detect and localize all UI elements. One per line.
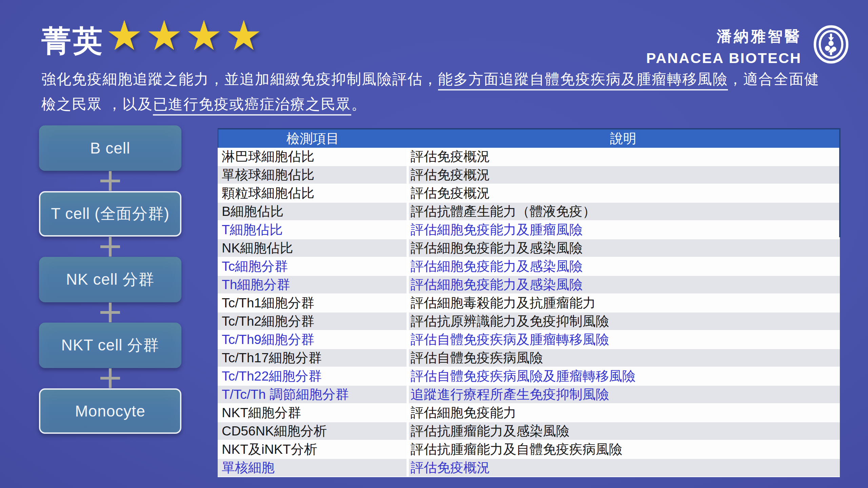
- table-row: T/Tc/Th 調節細胞分群 追蹤進行療程所產生免疫抑制風險: [218, 386, 840, 404]
- plus-connector: [39, 237, 181, 257]
- description-cell: 評估抗腫瘤能力及自體免疫疾病風險: [407, 441, 840, 458]
- star-icon: ★: [225, 13, 265, 59]
- description-underlined-text: 能多方面追蹤自體免疫疾病及腫瘤轉移風險: [438, 71, 728, 87]
- flow-node-2: NK cell 分群: [39, 257, 181, 302]
- table-row: B細胞佔比 評估抗體產生能力（體液免疫）: [218, 203, 840, 221]
- test-item-cell: NK細胞佔比: [218, 239, 407, 257]
- star-rating: ★★★★: [106, 12, 265, 60]
- description-cell: 評估細胞免疫能力及感染風險: [407, 258, 840, 275]
- description-cell: 評估抗腫瘤能力及感染風險: [407, 422, 840, 440]
- description-cell: 評估自體免疫疾病風險及腫瘤轉移風險: [407, 367, 840, 385]
- star-icon: ★: [145, 13, 185, 59]
- table-row: 顆粒球細胞佔比 評估免疫概況: [218, 184, 840, 203]
- description-cell: 追蹤進行療程所產生免疫抑制風險: [407, 386, 840, 403]
- test-item-cell: Tc/Th9細胞分群: [218, 331, 407, 348]
- description-text: 檢之民眾 ，以及: [41, 96, 153, 112]
- description-cell: 評估細胞免疫能力及腫瘤風險: [407, 221, 840, 239]
- table-row: Tc/Th17細胞分群 評估自體免疫疾病風險: [218, 349, 840, 367]
- table-row: 淋巴球細胞佔比 評估免疫概況: [218, 148, 840, 166]
- flow-node-label: T cell (全面分群): [51, 203, 170, 224]
- cell-type-flowchart: B cell T cell (全面分群) NK cell 分群 NKT cell…: [39, 125, 181, 434]
- column-header-test-item: 檢測項目: [218, 129, 407, 148]
- test-item-cell: 淋巴球細胞佔比: [218, 148, 407, 165]
- description-cell: 評估細胞免疫能力: [407, 404, 840, 422]
- column-divider: [407, 148, 409, 477]
- test-item-cell: 單核球細胞佔比: [218, 166, 407, 184]
- plus-icon: [100, 368, 120, 388]
- test-item-cell: Tc/Th22細胞分群: [218, 367, 407, 385]
- test-item-cell: Tc/Th1細胞分群: [218, 294, 407, 312]
- table-row: Tc/Th2細胞分群 評估抗原辨識能力及免疫抑制風險: [218, 312, 840, 331]
- test-item-cell: 顆粒球細胞佔比: [218, 184, 407, 202]
- test-items-table: 檢測項目 說明 淋巴球細胞佔比 評估免疫概況 單核球細胞佔比 評估免疫概況 顆粒…: [218, 128, 840, 477]
- flow-node-label: Monocyte: [75, 402, 145, 420]
- plus-icon: [100, 303, 120, 322]
- brand-logo-icon: [813, 25, 849, 64]
- plus-connector: [39, 171, 181, 191]
- table-row: Tc/Th22細胞分群 評估自體免疫疾病風險及腫瘤轉移風險: [218, 367, 840, 386]
- test-item-cell: NKT細胞分群: [218, 404, 407, 422]
- test-item-cell: Tc細胞分群: [218, 258, 407, 275]
- panel-description: 強化免疫細胞追蹤之能力，並追加細緻免疫抑制風險評估，能多方面追蹤自體免疫疾病及腫…: [41, 66, 820, 117]
- description-line-2: 檢之民眾 ，以及已進行免疫或癌症治療之民眾。: [41, 92, 820, 117]
- plus-connector: [39, 302, 181, 323]
- description-text: 強化免疫細胞追蹤之能力，並追加細緻免疫抑制風險評估，: [41, 71, 438, 87]
- table-row: Tc/Th9細胞分群 評估自體免疫疾病及腫瘤轉移風險: [218, 331, 840, 349]
- test-item-cell: Th細胞分群: [218, 276, 407, 293]
- test-item-cell: T細胞佔比: [218, 221, 407, 239]
- test-item-cell: 單核細胞: [218, 459, 407, 476]
- table-row: 單核球細胞佔比 評估免疫概況: [218, 166, 840, 184]
- table-row: Tc細胞分群 評估細胞免疫能力及感染風險: [218, 258, 840, 276]
- test-item-cell: B細胞佔比: [218, 203, 407, 220]
- panel-title: 菁英: [41, 21, 104, 61]
- test-item-cell: NKT及iNKT分析: [218, 441, 407, 458]
- test-item-cell: Tc/Th2細胞分群: [218, 312, 407, 330]
- table-row: Tc/Th1細胞分群 評估細胞毒殺能力及抗腫瘤能力: [218, 294, 840, 312]
- table-row: 單核細胞 評估免疫概況: [218, 459, 840, 477]
- column-header-description: 說明: [407, 129, 839, 148]
- flow-node-4: Monocyte: [39, 388, 181, 434]
- description-cell: 評估自體免疫疾病及腫瘤轉移風險: [407, 331, 840, 348]
- description-cell: 評估自體免疫疾病風險: [407, 349, 840, 367]
- description-cell: 評估免疫概況: [407, 459, 840, 476]
- description-line-1: 強化免疫細胞追蹤之能力，並追加細緻免疫抑制風險評估，能多方面追蹤自體免疫疾病及腫…: [41, 66, 820, 92]
- table-right-border: [839, 128, 841, 237]
- description-cell: 評估抗體產生能力（體液免疫）: [407, 203, 840, 220]
- brand-name-en: PANACEA BIOTECH: [646, 50, 802, 66]
- star-icon: ★: [106, 13, 145, 59]
- table-header-row: 檢測項目 說明: [218, 128, 840, 148]
- table-body: 淋巴球細胞佔比 評估免疫概況 單核球細胞佔比 評估免疫概況 顆粒球細胞佔比 評估…: [218, 148, 840, 477]
- flow-node-0: B cell: [39, 125, 181, 171]
- flow-node-label: NK cell 分群: [66, 269, 154, 290]
- flow-node-1: T cell (全面分群): [39, 191, 181, 237]
- description-cell: 評估細胞免疫能力及感染風險: [407, 239, 840, 257]
- table-row: NK細胞佔比 評估細胞免疫能力及感染風險: [218, 239, 840, 258]
- description-cell: 評估免疫概況: [407, 148, 840, 165]
- table-row: NKT細胞分群 評估細胞免疫能力: [218, 404, 840, 422]
- brand-name-zh: 潘納雅智醫: [646, 26, 802, 46]
- table-row: CD56NK細胞分析 評估抗腫瘤能力及感染風險: [218, 422, 840, 441]
- description-text: ，適合全面健: [728, 71, 820, 87]
- table-row: Th細胞分群 評估細胞免疫能力及感染風險: [218, 276, 840, 294]
- description-underlined-text: 已進行免疫或癌症治療之民眾: [153, 96, 351, 112]
- test-item-cell: Tc/Th17細胞分群: [218, 349, 407, 367]
- plus-connector: [39, 368, 181, 388]
- table-row: T細胞佔比 評估細胞免疫能力及腫瘤風險: [218, 221, 840, 239]
- description-cell: 評估細胞毒殺能力及抗腫瘤能力: [407, 294, 840, 312]
- plus-icon: [100, 237, 120, 257]
- flow-node-label: NKT cell 分群: [61, 335, 159, 356]
- description-text: 。: [351, 96, 367, 112]
- description-cell: 評估抗原辨識能力及免疫抑制風險: [407, 312, 840, 330]
- description-cell: 評估免疫概況: [407, 184, 840, 202]
- description-cell: 評估細胞免疫能力及感染風險: [407, 276, 840, 293]
- slide-background: { "page": { "background": "#4B55AE" }, "…: [0, 0, 868, 488]
- plus-icon: [100, 171, 120, 191]
- table-row: NKT及iNKT分析 評估抗腫瘤能力及自體免疫疾病風險: [218, 441, 840, 459]
- test-item-cell: CD56NK細胞分析: [218, 422, 407, 440]
- test-item-cell: T/Tc/Th 調節細胞分群: [218, 386, 407, 403]
- brand-block: 潘納雅智醫 PANACEA BIOTECH: [646, 26, 802, 66]
- star-icon: ★: [185, 13, 225, 59]
- flow-node-label: B cell: [90, 139, 130, 157]
- flow-node-3: NKT cell 分群: [39, 323, 181, 368]
- description-cell: 評估免疫概況: [407, 166, 840, 184]
